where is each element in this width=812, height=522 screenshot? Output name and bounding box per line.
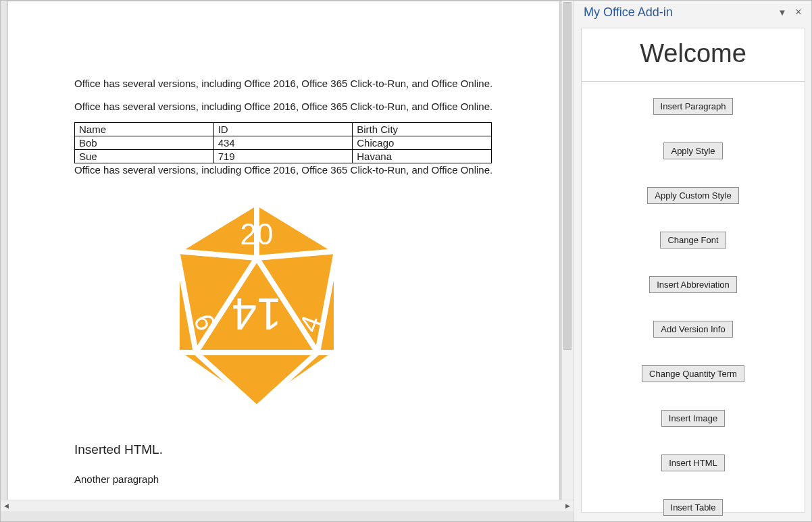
table-cell[interactable]: Chicago <box>353 136 492 150</box>
paragraph[interactable]: Office has several versions, including O… <box>74 77 493 90</box>
table-cell[interactable]: Havana <box>353 150 492 163</box>
table-cell[interactable]: 719 <box>213 150 353 163</box>
table-cell[interactable]: 434 <box>213 136 353 150</box>
table-row[interactable]: Bob 434 Chicago <box>75 136 492 150</box>
insert-table-button[interactable]: Insert Table <box>663 499 724 516</box>
document-page[interactable]: Office has several versions, including O… <box>7 1 560 509</box>
table-row[interactable]: Name ID Birth City <box>75 123 492 136</box>
task-pane-menu-icon[interactable]: ▼ <box>774 4 790 20</box>
close-icon[interactable]: × <box>790 4 807 20</box>
vertical-scrollbar[interactable]: ▼ <box>561 1 574 511</box>
change-quantity-term-button[interactable]: Change Quantity Term <box>642 365 744 382</box>
scroll-left-icon[interactable]: ◀ <box>1 501 11 511</box>
data-table[interactable]: Name ID Birth City Bob 434 Chicago Sue 7… <box>74 122 492 163</box>
change-font-button[interactable]: Change Font <box>660 232 726 249</box>
dice-top-number: 20 <box>240 217 274 251</box>
table-header-cell[interactable]: Name <box>75 123 214 136</box>
task-pane: My Office Add-in ▼ × Welcome Insert Para… <box>574 1 812 522</box>
paragraph[interactable]: Another paragraph <box>74 473 493 485</box>
insert-html-button[interactable]: Insert HTML <box>661 454 725 471</box>
paragraph[interactable]: Office has several versions, including O… <box>74 100 493 113</box>
dice-center-number: 14 <box>232 289 281 339</box>
task-pane-title: My Office Add-in <box>584 5 774 20</box>
insert-image-button[interactable]: Insert Image <box>661 410 725 427</box>
add-version-info-button[interactable]: Add Version Info <box>653 321 732 338</box>
document-area: Office has several versions, including O… <box>1 1 574 511</box>
insert-paragraph-button[interactable]: Insert Paragraph <box>653 98 734 115</box>
d20-dice-image[interactable]: 20 14 6 4 <box>162 197 351 415</box>
inserted-html-heading[interactable]: Inserted HTML. <box>74 442 493 457</box>
table-header-cell[interactable]: Birth City <box>353 123 492 136</box>
welcome-heading: Welcome <box>582 41 805 66</box>
paragraph[interactable]: Office has several versions, including O… <box>74 163 493 177</box>
apply-style-button[interactable]: Apply Style <box>663 142 722 159</box>
divider <box>582 81 805 82</box>
table-cell[interactable]: Sue <box>75 150 214 163</box>
task-pane-header: My Office Add-in ▼ × <box>574 1 812 24</box>
horizontal-scrollbar[interactable]: ◀ ▶ <box>1 500 574 511</box>
apply-custom-style-button[interactable]: Apply Custom Style <box>647 187 738 204</box>
table-row[interactable]: Sue 719 Havana <box>75 150 492 163</box>
scrollbar-thumb[interactable] <box>563 2 572 350</box>
table-cell[interactable]: Bob <box>75 136 214 150</box>
insert-abbreviation-button[interactable]: Insert Abbreviation <box>649 276 737 293</box>
table-header-cell[interactable]: ID <box>213 123 353 136</box>
scroll-right-icon[interactable]: ▶ <box>563 501 573 511</box>
task-pane-body: Welcome Insert Paragraph Apply Style App… <box>581 28 805 513</box>
